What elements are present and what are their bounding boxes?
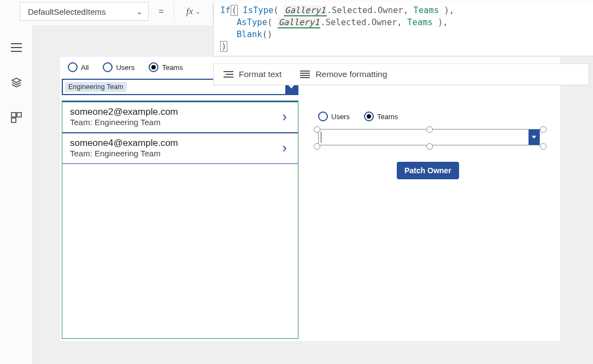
left-rail xyxy=(0,25,33,364)
svg-rect-7 xyxy=(11,43,22,44)
remove-formatting-icon xyxy=(300,71,310,78)
radio-users-right-label: Users xyxy=(331,113,350,121)
svg-rect-4 xyxy=(300,73,310,74)
close-paren: ) xyxy=(220,41,227,52)
fn-blank: Blank xyxy=(237,30,262,39)
radio-all-label: All xyxy=(81,63,89,72)
radio-all[interactable] xyxy=(68,62,78,72)
ref-gallery1: Gallery1 xyxy=(278,17,321,28)
selected-combobox-control[interactable] xyxy=(312,127,547,149)
chevron-down-icon: ⌄ xyxy=(195,8,201,15)
svg-rect-12 xyxy=(17,113,21,117)
fn-astype: AsType xyxy=(237,17,267,27)
resize-handle[interactable] xyxy=(540,126,547,133)
app-canvas[interactable]: All Users Teams Engineering Team someone… xyxy=(60,57,560,341)
fx-icon: fx xyxy=(186,6,193,17)
resize-handle[interactable] xyxy=(426,126,433,133)
radio-teams-right[interactable] xyxy=(364,111,374,121)
components-icon[interactable] xyxy=(10,111,22,124)
gallery-item-email: someone4@example.com xyxy=(70,138,178,149)
left-filter-radios: All Users Teams xyxy=(68,62,194,72)
chevron-right-icon[interactable]: › xyxy=(282,108,290,125)
svg-rect-11 xyxy=(11,113,16,117)
patch-owner-button[interactable]: Patch Owner xyxy=(397,162,459,179)
radio-teams-right-label: Teams xyxy=(377,113,398,121)
remove-formatting-button[interactable]: Remove formatting xyxy=(300,69,387,79)
ref-gallery1: Gallery1 xyxy=(284,5,327,16)
radio-teams-label: Teams xyxy=(162,63,183,72)
svg-rect-2 xyxy=(224,77,233,78)
chevron-down-icon: ⌄ xyxy=(136,7,143,16)
open-paren: ( xyxy=(231,5,238,16)
rec-teams: Teams xyxy=(407,17,433,27)
resize-handle[interactable] xyxy=(426,143,433,150)
team-filter-chip: Engineering Team xyxy=(65,82,127,92)
gallery-item-subtitle: Team: Engineering Team xyxy=(70,149,178,158)
svg-rect-8 xyxy=(11,47,22,48)
gallery-item-subtitle: Team: Engineering Team xyxy=(70,118,178,127)
radio-teams[interactable] xyxy=(149,62,158,72)
chevron-down-icon[interactable] xyxy=(529,130,539,145)
svg-marker-15 xyxy=(532,136,536,139)
svg-rect-5 xyxy=(300,75,310,76)
formula-editor[interactable]: If( IsType( Gallery1.Selected.Owner, Tea… xyxy=(213,2,593,56)
resize-handle[interactable] xyxy=(314,126,320,133)
formula-toolbar: Format text Remove formatting xyxy=(213,63,589,85)
svg-rect-1 xyxy=(226,74,233,75)
fx-button[interactable]: fx ⌄ xyxy=(174,2,213,21)
property-name: DefaultSelectedItems xyxy=(28,7,106,16)
svg-rect-3 xyxy=(300,71,310,72)
radio-users-label: Users xyxy=(116,63,134,72)
equals-label: = xyxy=(149,2,174,21)
resize-handle[interactable] xyxy=(540,143,547,150)
gallery-item-email: someone2@example.com xyxy=(70,107,178,118)
property-selector[interactable]: DefaultSelectedItems ⌄ xyxy=(20,2,149,21)
gallery-item[interactable]: someone4@example.com Team: Engineering T… xyxy=(62,133,298,164)
rec-teams: Teams xyxy=(413,5,439,15)
radio-users[interactable] xyxy=(103,62,113,72)
resize-handle[interactable] xyxy=(314,143,320,150)
svg-rect-6 xyxy=(300,77,310,78)
fn-if: If xyxy=(220,5,231,15)
patch-owner-label: Patch Owner xyxy=(404,166,451,175)
svg-rect-0 xyxy=(224,71,233,72)
gallery1[interactable]: someone2@example.com Team: Engineering T… xyxy=(62,101,298,339)
svg-rect-9 xyxy=(11,51,22,52)
format-text-icon xyxy=(224,71,233,78)
radio-users-right[interactable] xyxy=(318,111,328,121)
fn-istype: IsType xyxy=(243,5,273,15)
remove-formatting-label: Remove formatting xyxy=(315,69,387,79)
layers-icon[interactable] xyxy=(10,77,22,89)
gallery-item[interactable]: someone2@example.com Team: Engineering T… xyxy=(62,101,298,133)
chevron-right-icon[interactable]: › xyxy=(282,139,290,156)
right-filter-radios: Users Teams xyxy=(318,111,409,121)
text-caret xyxy=(321,132,321,143)
format-text-button[interactable]: Format text xyxy=(224,69,281,79)
hamburger-icon[interactable] xyxy=(10,42,22,54)
format-text-label: Format text xyxy=(239,69,281,79)
svg-marker-14 xyxy=(289,85,294,89)
svg-marker-10 xyxy=(12,78,21,83)
svg-rect-13 xyxy=(11,118,16,122)
